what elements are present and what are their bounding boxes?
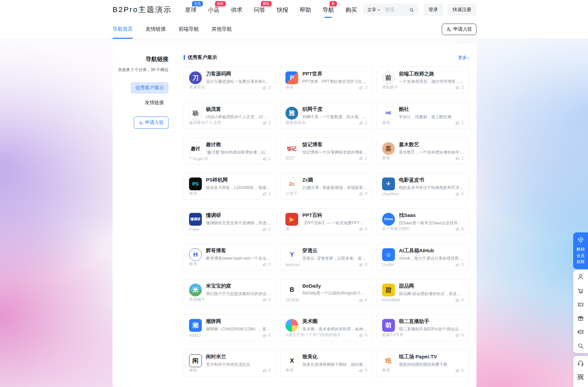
site-card-top: B BeDaily BeDaily是一个以国内外logo设计分… bbox=[285, 283, 367, 296]
site-card[interactable]: H 辉哥博客 辉哥博客(www.haah.net)一个关注… 辉哥 0 bbox=[184, 244, 276, 270]
like-button[interactable]: 0 bbox=[359, 332, 367, 337]
like-button[interactable]: 0 bbox=[359, 368, 367, 373]
site-card[interactable]: 米 米宝宝的窝 我们致力于为您提供最前沿的农业农… 水煮橘子 0 bbox=[184, 279, 276, 306]
site-card[interactable]: ✈ 电影蓝皮书 电影蓝皮书专注于经典电影和艺术电… zhaofilms 0 bbox=[377, 173, 469, 200]
nav-label: 星球 bbox=[185, 6, 196, 14]
cart-icon[interactable] bbox=[577, 287, 585, 295]
site-card[interactable]: X 致美化 致美化是漫锋网旗下网站，国内最专… 春哥 0 bbox=[280, 350, 372, 377]
site-card[interactable]: 美术圈 美术圈，美术老师的资料库，各种美… A鼎立艺术一个专门画画的地方 0 bbox=[280, 314, 372, 341]
mail-icon[interactable] bbox=[577, 328, 585, 336]
apply-join-button-top[interactable]: 申请入驻 bbox=[442, 24, 476, 35]
ticket-icon[interactable] bbox=[577, 300, 585, 309]
thumb-up-icon bbox=[359, 332, 364, 337]
like-button[interactable]: 0 bbox=[455, 368, 464, 373]
site-card[interactable]: Zc Zc菌 Zc菌分享 - 探索新领域，发现新美好… 小黑子 0 bbox=[280, 173, 372, 200]
like-button[interactable]: 0 bbox=[262, 333, 271, 338]
site-card[interactable]: 懂调研 懂调研 懂调研的主营业务不是调研，而是测… Frank 0 bbox=[184, 208, 276, 235]
thumb-up-icon bbox=[359, 297, 364, 302]
sidebar-category-list: 优秀客户展示友情链接 bbox=[113, 82, 168, 108]
site-card[interactable]: 萌 萌二直播助手 萌二直播助手是B2Pro首个商业运用… 新媒TV浩哥 0 bbox=[377, 314, 469, 341]
header-nav-item-星球[interactable]: 交流 星球 bbox=[179, 0, 202, 20]
like-button[interactable]: 1 bbox=[455, 120, 464, 125]
subnav-tab-其他导航[interactable]: 其他导航 bbox=[212, 20, 232, 39]
thumb-up-icon bbox=[262, 156, 268, 161]
like-button[interactable]: 0 bbox=[262, 297, 271, 302]
search-box[interactable]: 文章 搜索 bbox=[363, 4, 419, 16]
site-card[interactable]: 前 前端工程师之路 一个苦逼程序员，偶尔写写博客，改… 李哒胖子 2 bbox=[377, 67, 469, 94]
thumb-up-icon bbox=[262, 120, 268, 125]
sidebar-category-item[interactable]: 优秀客户展示 bbox=[131, 82, 168, 94]
like-count: 0 bbox=[461, 333, 464, 337]
site-card-footer: 小黑子 0 bbox=[285, 191, 367, 196]
site-card[interactable]: 纸 纸工场 Paper.TV 最新的纸模型图纸免费下载 春哥 0 bbox=[377, 350, 469, 377]
nav-label: 快报 bbox=[277, 6, 288, 14]
like-button[interactable]: 0 bbox=[262, 227, 271, 232]
headset-icon[interactable] bbox=[577, 359, 585, 367]
user-icon[interactable] bbox=[577, 273, 585, 281]
site-logo-text: P bbox=[290, 75, 294, 81]
qrcode-icon[interactable] bbox=[577, 373, 585, 381]
subnav-tab-前端导航[interactable]: 前端导航 bbox=[179, 20, 199, 39]
like-button[interactable]: 1 bbox=[262, 191, 271, 196]
like-button[interactable]: 0 bbox=[262, 262, 271, 267]
like-button[interactable]: 0 bbox=[455, 226, 464, 231]
search-icon[interactable] bbox=[409, 7, 414, 13]
site-card[interactable]: 杨 杨茂富 UI设计师杨茂富的个人主页，10年… 杨茂富的个人主页 2 bbox=[184, 102, 276, 129]
header-nav-item-问答[interactable]: 最新 问答 bbox=[248, 0, 271, 20]
site-card[interactable]: PS PS样机网 提供名片样机，LOGO样机，海报样… 春哥 1 bbox=[184, 173, 276, 200]
like-button[interactable]: 3 bbox=[359, 85, 367, 90]
site-author: 春哥 bbox=[382, 367, 390, 373]
site-card[interactable]: iHE 酷社 学设计，找素材，就上酷社网 春哥 1 bbox=[377, 102, 469, 129]
header-nav-item-帮助[interactable]: 帮助 bbox=[294, 0, 317, 20]
register-button[interactable]: 快速注册 bbox=[447, 4, 476, 16]
gift-icon[interactable] bbox=[577, 314, 585, 322]
search-icon[interactable] bbox=[577, 342, 585, 350]
like-button[interactable]: 0 bbox=[455, 297, 464, 302]
like-button[interactable]: 1 bbox=[455, 156, 464, 161]
header-nav-item-小店[interactable]: 抽奖 小店 bbox=[202, 0, 225, 20]
site-card[interactable]: 嘉 嘉木数艺 嘉木数艺，一个绘画爱好者的自学平… 春哥 1 bbox=[377, 137, 469, 164]
site-card[interactable]: ▶ PPT百科 【PPT百科】— 一站式免费PPT模板… 嘉 0 bbox=[280, 208, 372, 235]
subnav-tab-友情链接[interactable]: 友情链接 bbox=[146, 20, 166, 39]
site-card[interactable]: 潮 潮牌网 潮牌网（CHAOPAIW.COM），是潮… H5412 0 bbox=[184, 314, 276, 341]
like-button[interactable]: 2 bbox=[455, 85, 464, 90]
like-button[interactable]: 0 bbox=[455, 191, 464, 196]
header-nav-item-导航[interactable]: 新 导航 bbox=[317, 0, 340, 20]
like-button[interactable]: 0 bbox=[359, 297, 367, 302]
like-button[interactable]: 0 bbox=[455, 262, 464, 267]
like-button[interactable]: 0 bbox=[455, 332, 464, 337]
more-link[interactable]: 更多 › bbox=[458, 55, 469, 61]
unlock-membership-button[interactable]: 解锁会员权限 bbox=[573, 232, 588, 269]
header-nav-item-供求[interactable]: 供求 bbox=[225, 0, 248, 20]
like-button[interactable]: 0 bbox=[359, 226, 367, 231]
like-button[interactable]: 3 bbox=[262, 85, 271, 90]
site-card[interactable]: ☺ AI工具箱AIHub AIHub，致力于通过分享全球优质AI… Lucife… bbox=[377, 244, 469, 270]
site-card[interactable]: 刀 刀客源码网 设计宝藏资源站！免费分享所有CG… 木易毛毛 3 bbox=[184, 67, 276, 94]
like-button[interactable]: 1 bbox=[262, 156, 271, 161]
apply-join-button-sidebar[interactable]: 申请入驻 bbox=[134, 117, 168, 129]
sidebar-category-item[interactable]: 友情链接 bbox=[140, 97, 168, 108]
site-card[interactable]: 甜 甜品网 甜品网-甜品爱好者的社区，在这里… Rock9684 0 bbox=[377, 279, 469, 306]
site-card[interactable]: ZSaas 找Saas 找Saas是一家专注Saas企业软件和… 从一而终108… bbox=[377, 208, 469, 235]
like-button[interactable]: 2 bbox=[262, 120, 271, 125]
nav-label: 小店 bbox=[208, 6, 219, 14]
like-button[interactable]: 0 bbox=[359, 191, 367, 196]
site-brand-logo[interactable]: B2Pro主题演示 bbox=[113, 5, 172, 15]
site-card[interactable]: 雅 织网千度 织网千度 - 一个集数通、防火墙、无… 雨夜听风语 2 bbox=[280, 102, 372, 129]
header-nav-item-购买[interactable]: 购买 bbox=[340, 0, 363, 20]
search-input[interactable]: 搜索 bbox=[385, 7, 409, 13]
site-card[interactable]: 闲 闲时米兰 意大利米兰休闲交流社区 彼铭 0 bbox=[184, 350, 276, 377]
search-category-dropdown[interactable]: 文章 bbox=[367, 7, 380, 13]
like-button[interactable]: 0 bbox=[262, 368, 271, 373]
site-card[interactable]: Y 穿透云 穿透云- 穿透世界，云联未来。是一… beihuan 0 bbox=[280, 244, 372, 270]
site-card[interactable]: 惦记 惦记博客 惦记博客一个分享网络资源的博客,… 惦记° 1 bbox=[280, 137, 372, 164]
like-button[interactable]: 1 bbox=[359, 156, 367, 161]
like-button[interactable]: 2 bbox=[359, 120, 367, 125]
like-button[interactable]: 0 bbox=[359, 262, 367, 267]
site-card[interactable]: P PPT世界 PPT世界 - PPT爱好者交流学习社区… 春哥 3 bbox=[280, 67, 372, 94]
site-card[interactable]: B BeDaily BeDaily是一个以国内外logo设计分… UCSHE 0 bbox=[280, 279, 372, 306]
header-nav-item-快报[interactable]: 快报 bbox=[271, 0, 294, 20]
subnav-tab-导航首页[interactable]: 导航首页 bbox=[113, 20, 133, 39]
site-card[interactable]: 趣讨 趣讨教 “趣讨教”面向的是创客爱好者，以… ? Sugar ☒ 1 bbox=[184, 137, 276, 164]
login-button[interactable]: 登录 bbox=[424, 4, 443, 16]
